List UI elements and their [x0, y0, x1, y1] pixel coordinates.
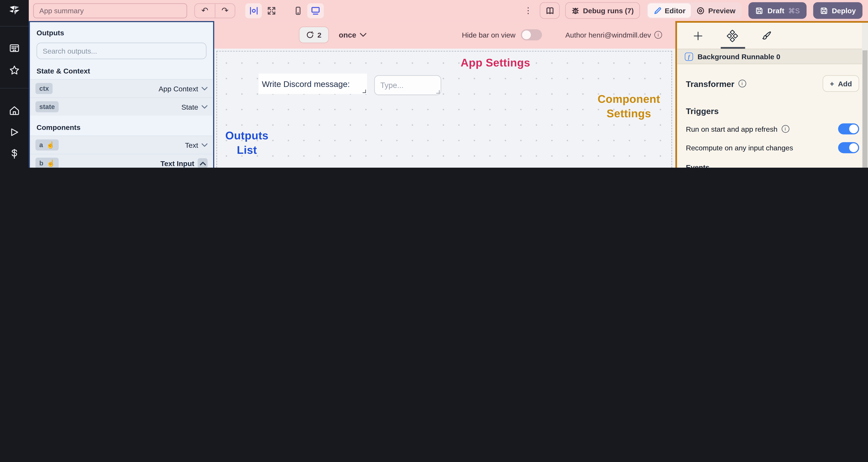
- output-row-ctx[interactable]: ctx App Context: [30, 79, 213, 97]
- refresh-icon: [306, 31, 314, 39]
- windmill-logo-icon[interactable]: [8, 4, 21, 16]
- outputs-list-annotation: Outputs List: [221, 128, 272, 157]
- docs-book-icon[interactable]: [540, 2, 560, 19]
- refresh-count-button[interactable]: 2: [299, 27, 329, 43]
- author-info: Author henri@windmill.dev i: [565, 31, 662, 39]
- info-icon[interactable]: i: [781, 125, 789, 133]
- app-settings-annotation: App Settings: [446, 56, 545, 70]
- events-label: Events: [686, 163, 859, 168]
- debug-runs-button[interactable]: Debug runs (7): [565, 2, 640, 19]
- app-summary-input[interactable]: [33, 3, 187, 18]
- chevron-down-icon[interactable]: [202, 87, 208, 90]
- runs-play-icon[interactable]: [8, 126, 21, 138]
- canvas-settings-bar: 2 once Hide bar on view Author henri@win…: [214, 21, 675, 49]
- section-state-context: State & Context: [30, 59, 213, 79]
- undo-button[interactable]: ↶: [195, 4, 215, 18]
- component-b-badge: b☝: [35, 158, 59, 168]
- main-sidebar: [0, 0, 29, 168]
- full-width-button[interactable]: [263, 3, 280, 18]
- sidebar-divider: [0, 88, 29, 89]
- variables-dollar-icon[interactable]: [8, 148, 21, 160]
- undo-redo-group: ↶ ↷: [194, 3, 235, 18]
- refresh-interval-dropdown[interactable]: once: [339, 31, 366, 39]
- home-icon[interactable]: [8, 105, 21, 117]
- output-row-a[interactable]: a☝ Text: [30, 135, 213, 154]
- triggers-label: Triggers: [686, 106, 859, 116]
- state-type-label: State: [181, 103, 198, 111]
- tab-settings-components-icon[interactable]: [720, 23, 744, 48]
- scrollbar-thumb[interactable]: [862, 51, 867, 168]
- output-row-state[interactable]: state State: [30, 97, 213, 116]
- outputs-panel: Outputs State & Context ctx App Context …: [29, 21, 214, 168]
- recompute-label: Recompute on any input changes: [686, 143, 793, 152]
- redo-button[interactable]: ↷: [215, 4, 235, 18]
- more-menu-button[interactable]: ⋮: [522, 3, 534, 18]
- tab-preview[interactable]: Preview: [691, 3, 741, 18]
- bug-icon: [571, 6, 580, 15]
- a-type-label: Text: [185, 141, 198, 149]
- device-preview-group: [289, 3, 324, 18]
- editor-preview-toggle: Editor Preview: [646, 2, 742, 19]
- scrollbar-track[interactable]: [862, 23, 868, 168]
- run-on-start-toggle[interactable]: [838, 123, 859, 134]
- deploy-button[interactable]: Deploy: [813, 2, 862, 19]
- desktop-view-button[interactable]: [307, 3, 324, 18]
- info-icon[interactable]: i: [738, 80, 746, 88]
- canvas-grid[interactable]: App Settings Write Discord message: Type…: [214, 48, 675, 168]
- ctx-type-label: App Context: [158, 84, 198, 93]
- output-row-b[interactable]: b☝ Text Input: [30, 154, 213, 168]
- apps-icon[interactable]: [8, 42, 21, 54]
- transformer-label: Transformer: [686, 79, 734, 88]
- outputs-title: Outputs: [30, 22, 213, 37]
- resize-handle[interactable]: [363, 90, 366, 93]
- settings-body: Transformer i +Add Triggers Run on start…: [677, 75, 868, 168]
- center-layout-button[interactable]: [245, 3, 262, 18]
- run-on-start-label: Run on start and app refresh i: [686, 125, 789, 133]
- chevron-down-icon[interactable]: [202, 105, 208, 109]
- pointer-hand-icon: ☝: [46, 160, 55, 166]
- chevron-up-icon[interactable]: [198, 158, 208, 168]
- search-outputs-input[interactable]: [37, 42, 207, 59]
- mobile-view-button[interactable]: [289, 3, 306, 18]
- b-type-label: Text Input: [160, 159, 194, 167]
- hide-bar-toggle[interactable]: [521, 29, 542, 40]
- ctx-badge: ctx: [35, 83, 53, 94]
- hide-bar-label: Hide bar on view: [462, 31, 516, 39]
- function-icon: f: [685, 52, 693, 60]
- component-a-badge: a☝: [35, 139, 59, 151]
- sidebar-divider: [0, 26, 29, 27]
- component-settings-panel: f Background Runnable 0 Transformer i +A…: [675, 21, 868, 168]
- resize-handle[interactable]: [436, 90, 440, 94]
- favorites-star-icon[interactable]: [8, 64, 21, 76]
- draft-button[interactable]: Draft ⌘S: [749, 2, 806, 19]
- pencil-icon: [653, 6, 661, 15]
- recompute-toggle[interactable]: [838, 142, 859, 153]
- add-transformer-button[interactable]: +Add: [823, 75, 859, 92]
- tab-insert-plus-icon[interactable]: [686, 23, 710, 48]
- pointer-hand-icon: ☝: [46, 141, 55, 148]
- discord-message-text-component[interactable]: Write Discord message:: [258, 73, 367, 94]
- preview-eye-icon: [696, 6, 705, 15]
- text-input-component[interactable]: Type...: [374, 75, 441, 95]
- settings-tabs: [677, 23, 868, 48]
- chevron-down-icon: [360, 33, 366, 37]
- chevron-down-icon[interactable]: [202, 143, 208, 147]
- save-icon: [819, 6, 828, 15]
- state-badge: state: [35, 101, 59, 112]
- tab-styling-brush-icon[interactable]: [754, 23, 779, 48]
- canvas-area: 2 once Hide bar on view Author henri@win…: [214, 21, 675, 168]
- component-settings-annotation: Component Settings: [593, 92, 665, 121]
- active-tab-underline: [721, 47, 745, 48]
- canvas-width-group: [245, 3, 280, 18]
- info-icon[interactable]: i: [654, 31, 662, 39]
- editor-topbar: ↶ ↷ ⋮ Debug runs: [29, 0, 868, 21]
- selected-runnable-header[interactable]: f Background Runnable 0: [677, 48, 868, 64]
- section-components: Components: [30, 116, 213, 135]
- hide-bar-row: Hide bar on view: [462, 29, 542, 40]
- save-icon: [755, 6, 764, 15]
- tab-editor[interactable]: Editor: [648, 3, 691, 18]
- windmill-app-editor: ↶ ↷ ⋮ Debug runs: [0, 0, 868, 168]
